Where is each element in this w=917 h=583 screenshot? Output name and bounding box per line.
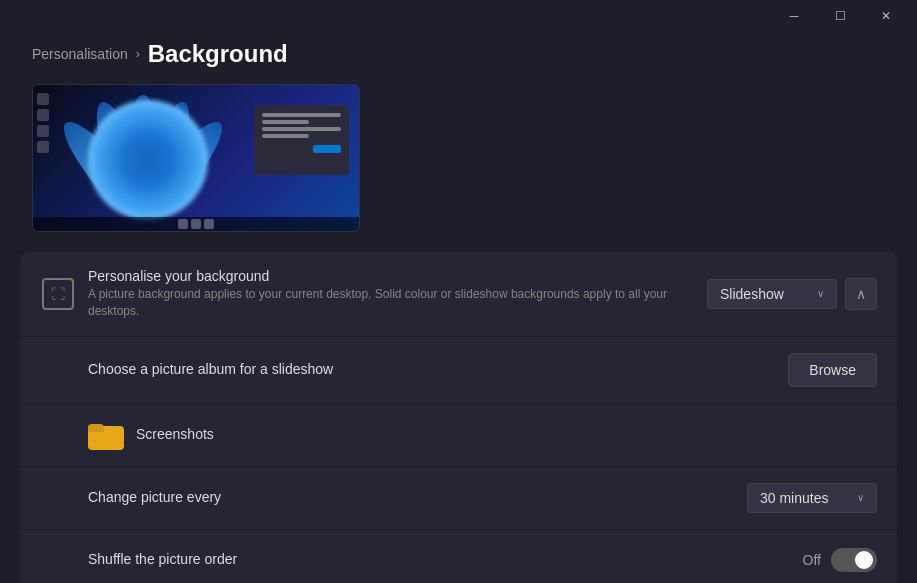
preview-dialog (254, 105, 349, 175)
breadcrumb-chevron-icon: › (136, 47, 140, 61)
background-preview (0, 84, 917, 252)
shuffle-control: Off (803, 548, 877, 572)
personalise-row: ⛶ Personalise your background A picture … (20, 252, 897, 337)
shuffle-toggle-container: Off (803, 548, 877, 572)
expand-button[interactable]: ∧ (845, 278, 877, 310)
album-row: Choose a picture album for a slideshow B… (20, 337, 897, 404)
folder-row: Screenshots (20, 404, 897, 467)
breadcrumb-personalisation[interactable]: Personalisation (32, 46, 128, 62)
personalise-icon: ⛶ (40, 276, 76, 312)
breadcrumb: Personalisation › Background (0, 32, 917, 84)
change-picture-value: 30 minutes (760, 490, 828, 506)
album-control: Browse (788, 353, 877, 387)
change-picture-arrow-icon: ∨ (857, 492, 864, 503)
album-text: Choose a picture album for a slideshow (40, 361, 788, 379)
shuffle-toggle-label: Off (803, 552, 821, 568)
folder-item: Screenshots (40, 420, 877, 450)
settings-card: ⛶ Personalise your background A picture … (20, 252, 897, 583)
change-picture-control: 30 minutes ∨ (747, 483, 877, 513)
preview-desktop (33, 85, 359, 231)
album-title: Choose a picture album for a slideshow (88, 361, 788, 377)
personalise-description: A picture background applies to your cur… (88, 286, 688, 320)
change-picture-dropdown[interactable]: 30 minutes ∨ (747, 483, 877, 513)
bloom-decoration (83, 95, 223, 225)
page-title: Background (148, 40, 288, 68)
personalise-control: Slideshow ∨ ∧ (707, 278, 877, 310)
preview-taskbar (33, 217, 359, 231)
change-picture-text: Change picture every (40, 489, 747, 507)
background-type-dropdown[interactable]: Slideshow ∨ (707, 279, 837, 309)
change-picture-row: Change picture every 30 minutes ∨ (20, 467, 897, 530)
folder-name: Screenshots (136, 426, 214, 442)
change-picture-title: Change picture every (88, 489, 747, 505)
browse-button[interactable]: Browse (788, 353, 877, 387)
minimize-button[interactable]: ─ (771, 0, 817, 32)
background-type-value: Slideshow (720, 286, 784, 302)
image-icon: ⛶ (42, 278, 74, 310)
toggle-knob (855, 551, 873, 569)
preview-desktop-icons (37, 93, 49, 153)
title-bar: ─ ☐ ✕ (0, 0, 917, 32)
chevron-up-icon: ∧ (856, 286, 866, 302)
personalise-title: Personalise your background (88, 268, 707, 284)
shuffle-toggle[interactable] (831, 548, 877, 572)
shuffle-text: Shuffle the picture order (40, 551, 803, 569)
personalise-text: Personalise your background A picture ba… (88, 268, 707, 320)
dropdown-arrow-icon: ∨ (817, 288, 824, 299)
folder-icon (88, 420, 124, 450)
preview-box (32, 84, 360, 232)
shuffle-title: Shuffle the picture order (88, 551, 803, 567)
close-button[interactable]: ✕ (863, 0, 909, 32)
settings-content: ⛶ Personalise your background A picture … (0, 252, 917, 583)
maximize-button[interactable]: ☐ (817, 0, 863, 32)
shuffle-row: Shuffle the picture order Off (20, 530, 897, 583)
